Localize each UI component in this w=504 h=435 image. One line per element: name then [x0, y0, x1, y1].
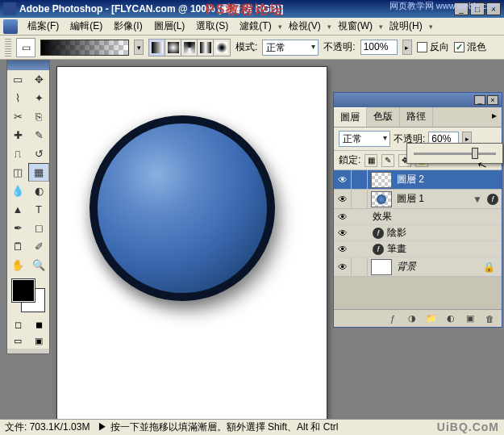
stamp-tool[interactable]: ⎍ — [7, 144, 28, 163]
fx-drop-shadow[interactable]: 👁 f 陰影 — [334, 225, 502, 241]
history-brush-tool[interactable]: ↺ — [28, 144, 49, 163]
dodge-tool[interactable]: ◐ — [28, 182, 49, 200]
zoom-tool[interactable]: 🔍 — [28, 256, 49, 274]
gradient-reflected-button[interactable] — [198, 40, 214, 56]
fx-heading[interactable]: 👁 效果 — [334, 209, 502, 225]
panel-menu-icon[interactable]: ▸ — [487, 107, 502, 127]
gradient-diamond-button[interactable] — [214, 40, 230, 56]
visibility-icon[interactable]: 👁 — [334, 257, 352, 276]
marquee-tool[interactable]: ▭ — [7, 70, 28, 89]
opacity-field[interactable]: 100% — [360, 40, 398, 55]
layers-panel: _ × 圖層 色版 路徑 ▸ 正常 不透明: 60% ▸ ↖ 鎖定: ▦ ✎ ✥… — [333, 92, 502, 328]
menu-bar: 檔案(F) 編輯(E) 影像(I) 圖層(L) 選取(S) 濾鏡(T)▾ 檢視(… — [0, 18, 504, 36]
layer-blend-select[interactable]: 正常 — [339, 131, 390, 147]
layer-row-background[interactable]: 👁 背景 🔒 — [334, 257, 502, 277]
menu-view1[interactable]: 檢視(V) — [284, 18, 326, 35]
layer-row[interactable]: 👁 圖層 1 ▼ f — [334, 190, 502, 209]
gradient-picker[interactable] — [40, 40, 129, 56]
brush-tool[interactable]: ✎ — [28, 126, 49, 144]
tool-preset-picker[interactable]: ▭ — [16, 38, 35, 57]
panel-minimize-icon[interactable]: _ — [474, 95, 485, 105]
layer-thumb[interactable] — [371, 172, 392, 188]
type-tool[interactable]: T — [28, 200, 49, 219]
blur-tool[interactable]: 💧 — [7, 182, 28, 200]
layer-name[interactable]: 圖層 2 — [395, 173, 502, 186]
screen-standard-icon[interactable]: ▭ — [7, 333, 28, 349]
panel-titlebar[interactable]: _ × — [334, 93, 502, 107]
layer-row[interactable]: 👁 圖層 2 — [334, 170, 502, 190]
wand-tool[interactable]: ✦ — [28, 89, 49, 107]
quickmask-off-icon[interactable]: ◻ — [7, 316, 28, 333]
layer-name[interactable]: 圖層 1 — [395, 192, 473, 206]
hand-tool[interactable]: ✋ — [7, 256, 28, 274]
crop-tool[interactable]: ✂ — [7, 107, 28, 126]
gradient-radial-button[interactable] — [165, 40, 181, 56]
menu-filter[interactable]: 濾鏡(T) — [235, 18, 276, 35]
fx-stroke[interactable]: 👁 f 筆畫 — [334, 241, 502, 257]
quickmask-on-icon[interactable]: ◼ — [28, 316, 49, 333]
layer-thumb[interactable] — [371, 191, 392, 207]
lock-icon: 🔒 — [483, 261, 495, 273]
opacity-spin-icon[interactable]: ▸ — [402, 40, 412, 55]
gradient-linear-button[interactable] — [149, 40, 165, 56]
blend-mode-select[interactable]: 正常 — [262, 40, 319, 56]
fx-expand-icon[interactable]: ▼ — [473, 194, 482, 205]
adjustment-layer-icon[interactable]: ◐ — [444, 312, 458, 325]
menu-edit[interactable]: 編輯(E) — [65, 18, 107, 35]
menu-view2[interactable]: 視窗(W) — [333, 18, 377, 35]
foreground-color[interactable] — [12, 279, 35, 302]
eyedropper-tool[interactable]: ✐ — [28, 237, 49, 256]
gradient-tool[interactable]: ▦ — [28, 163, 49, 182]
heal-tool[interactable]: ✚ — [7, 126, 28, 144]
dither-checkbox[interactable]: 混色 — [454, 40, 486, 54]
pen-tool[interactable]: ✒ — [7, 219, 28, 237]
tab-channels[interactable]: 色版 — [367, 107, 400, 127]
menu-layer[interactable]: 圖層(L) — [149, 18, 190, 35]
reverse-checkbox[interactable]: 反向 — [417, 40, 449, 54]
lock-transparency-icon[interactable]: ▦ — [364, 154, 377, 167]
layer-style-icon[interactable]: ƒ — [385, 312, 400, 325]
lasso-tool[interactable]: ⌇ — [7, 89, 28, 107]
new-layer-icon[interactable]: ▣ — [463, 312, 477, 325]
ps-menu-icon[interactable] — [3, 19, 18, 34]
delete-layer-icon[interactable]: 🗑 — [482, 312, 497, 325]
menu-select[interactable]: 選取(S) — [191, 18, 233, 35]
visibility-icon[interactable]: 👁 — [334, 170, 352, 189]
link-cell[interactable] — [352, 257, 368, 276]
app-icon — [3, 2, 16, 15]
move-tool[interactable]: ✥ — [28, 70, 49, 89]
slider-thumb[interactable] — [472, 148, 478, 159]
layer-set-icon[interactable]: 📁 — [424, 312, 439, 325]
visibility-icon[interactable]: 👁 — [334, 244, 352, 255]
screen-full-icon[interactable]: ▣ — [28, 333, 49, 349]
toolbox-header[interactable] — [7, 61, 49, 70]
slice-tool[interactable]: ⎘ — [28, 107, 49, 126]
link-cell[interactable] — [352, 170, 368, 189]
layer-thumb[interactable] — [371, 259, 392, 275]
visibility-icon[interactable]: 👁 — [334, 211, 352, 223]
path-select-tool[interactable]: ▲ — [7, 200, 28, 219]
panel-close-icon[interactable]: × — [487, 95, 498, 105]
lock-pixels-icon[interactable]: ✎ — [381, 154, 394, 167]
menu-file[interactable]: 檔案(F) — [23, 18, 64, 35]
menu-help[interactable]: 說明(H) — [385, 18, 427, 35]
shape-tool[interactable]: ◻ — [28, 219, 49, 237]
notes-tool[interactable]: 🗒 — [7, 237, 28, 256]
visibility-icon[interactable]: 👁 — [334, 228, 352, 239]
visibility-icon[interactable]: 👁 — [334, 190, 352, 208]
options-grip[interactable] — [5, 39, 11, 56]
gradient-type-group — [148, 39, 231, 56]
document-canvas[interactable] — [56, 66, 327, 421]
jump-to-icon[interactable] — [7, 349, 49, 353]
layer-list-empty — [334, 277, 502, 309]
tab-paths[interactable]: 路徑 — [400, 107, 433, 127]
layer-name[interactable]: 背景 — [395, 260, 483, 274]
gradient-angle-button[interactable] — [181, 40, 198, 56]
layer-mask-icon[interactable]: ◑ — [405, 312, 419, 325]
gradient-dropdown-icon[interactable]: ▾ — [134, 40, 144, 55]
slider-track[interactable] — [414, 153, 496, 155]
eraser-tool[interactable]: ◫ — [7, 163, 28, 182]
link-cell[interactable] — [352, 190, 368, 208]
tab-layers[interactable]: 圖層 — [334, 107, 367, 127]
menu-image[interactable]: 影像(I) — [109, 18, 147, 35]
